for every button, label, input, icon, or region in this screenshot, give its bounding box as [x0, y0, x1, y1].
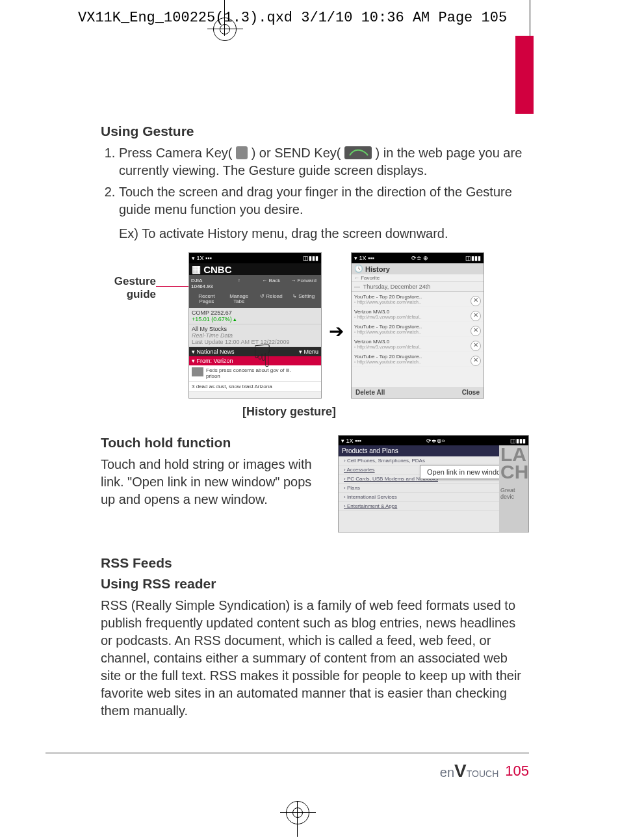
close-icon[interactable]: ✕ — [471, 326, 481, 336]
rss-body: RSS (Really Simple Syndication) is a fam… — [101, 597, 529, 720]
stock-comp: COMP 2252.67 +15.01 (0.67%) ▴ — [189, 308, 321, 324]
arrow-right-icon: ➔ — [322, 321, 351, 342]
page-number: 105 — [505, 763, 529, 780]
history-item: YouTube - Top 20 Drugstore.. ▫ http://ww… — [352, 352, 484, 367]
history-item: YouTube - Top 20 Drugstore.. ▫ http://ww… — [352, 292, 484, 307]
step2-example: Ex) To activate History menu, drag the s… — [119, 225, 529, 243]
verizon-bar: ▾ From: Verizon — [189, 356, 321, 365]
date-bar: — Thursday, December 24th — [352, 282, 484, 292]
heading-rss: RSS Feeds — [101, 555, 529, 571]
history-item: Verizon MW3.0 ▫ http://mw3.vzwwap.com/de… — [352, 337, 484, 352]
send-key-icon — [344, 146, 372, 159]
step1-text-b: ) or SEND Key( — [252, 146, 341, 160]
camera-key-icon — [236, 146, 248, 159]
print-header: VX11K_Eng_100225(1.3).qxd 3/1/10 10:36 A… — [0, 10, 620, 26]
crop-marks-bottom — [0, 801, 620, 837]
page-footer: enVTOUCH 105 — [45, 752, 529, 781]
gesture-overlay: DJIA 10464.93 ↑ ← Back → Forward Recent … — [189, 275, 321, 308]
news-bar: ▾ National News ▾ Menu — [189, 347, 321, 356]
stock-all: All My Stocks Real-Time Data Last Update… — [189, 324, 321, 347]
heading-using-gesture: Using Gesture — [101, 124, 529, 139]
phone-screenshot-gesture: ▾ 1X ▪▪▪ ◫▮▮▮ ▦ CNBC DJIA 10464.93 ↑ ← B… — [188, 252, 322, 399]
news-item-1: Feds press concerns about gov of Ill. pr… — [189, 365, 321, 382]
touch-hold-body: Touch and hold string or images with lin… — [101, 456, 328, 508]
callout-line — [156, 286, 188, 287]
close-button[interactable]: Close — [462, 389, 480, 396]
close-icon[interactable]: ✕ — [471, 356, 481, 366]
close-icon[interactable]: ✕ — [471, 341, 481, 351]
history-item: Verizon MW3.0 ▫ http://mw3.vzwwap.com/de… — [352, 307, 484, 322]
phone-screenshot-touch-hold: ▾ 1X ▪▪▪ ⟳≑⊕» ◫▮▮▮ Products and Plans › … — [338, 435, 529, 532]
steps-list: Press Camera Key( ) or SEND Key( ) in th… — [101, 144, 529, 218]
step1-text-a: Press Camera Key( — [119, 146, 233, 160]
env-touch-logo: enVTOUCH — [440, 761, 498, 781]
heading-rss-reader: Using RSS reader — [101, 576, 529, 592]
status-bar: ▾ 1X ▪▪▪ ⟳≑ ⊕ ◫▮▮▮ — [352, 253, 484, 263]
close-icon[interactable]: ✕ — [471, 296, 481, 306]
phone-screenshot-history: ▾ 1X ▪▪▪ ⟳≑ ⊕ ◫▮▮▮ 🕓 History ← Favorite … — [351, 252, 484, 399]
news-item-2: 3 dead as dust, snow blast Arizona — [189, 382, 321, 392]
history-header: 🕓 History — [352, 263, 484, 274]
page-content: Using Gesture Press Camera Key( ) or SEN… — [101, 124, 529, 720]
status-bar: ▾ 1X ▪▪▪ ◫▮▮▮ — [189, 253, 321, 263]
section-tab — [515, 36, 534, 114]
favorite-bar: ← Favorite — [352, 274, 484, 282]
right-preview: LA CH Great devic — [499, 445, 528, 532]
step2-text: Touch the screen and drag your finger in… — [119, 185, 512, 217]
history-footer: Delete All Close — [352, 387, 484, 398]
close-icon[interactable]: ✕ — [471, 311, 481, 321]
figure-gesture: Gesture guide ▾ 1X ▪▪▪ ◫▮▮▮ ▦ CNBC DJIA … — [101, 252, 529, 399]
step-2: Touch the screen and drag your finger in… — [119, 183, 529, 218]
status-bar: ▾ 1X ▪▪▪ ⟳≑⊕» ◫▮▮▮ — [339, 436, 528, 445]
figure-caption: [History gesture] — [192, 405, 387, 419]
history-item: YouTube - Top 20 Drugstore.. ▫ http://ww… — [352, 322, 484, 337]
delete-all-button[interactable]: Delete All — [355, 389, 385, 396]
heading-touch-hold: Touch hold function — [101, 435, 328, 451]
step-1: Press Camera Key( ) or SEND Key( ) in th… — [119, 144, 529, 179]
history-icon: 🕓 — [354, 265, 363, 273]
gesture-guide-label: Gesture guide — [101, 252, 156, 300]
cnbc-logo: ▦ CNBC — [189, 263, 321, 275]
touch-hold-section: Touch hold function Touch and hold strin… — [101, 435, 529, 532]
